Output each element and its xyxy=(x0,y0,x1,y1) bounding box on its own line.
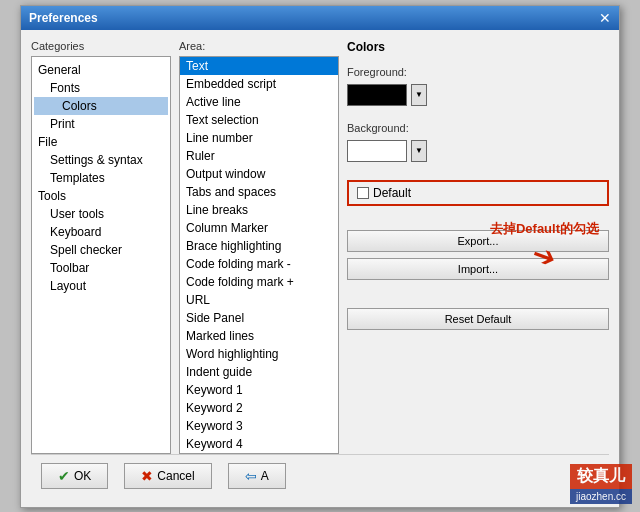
dialog-body: Categories General Fonts Colors Print Fi… xyxy=(21,30,619,507)
cancel-label: Cancel xyxy=(157,469,194,483)
category-print[interactable]: Print xyxy=(34,115,168,133)
category-keyboard[interactable]: Keyboard xyxy=(34,223,168,241)
apply-button[interactable]: ⇦ A xyxy=(228,463,286,489)
category-spellchecker[interactable]: Spell checker xyxy=(34,241,168,259)
categories-label: Categories xyxy=(31,40,171,52)
default-label: Default xyxy=(373,186,411,200)
area-label: Area: xyxy=(179,40,339,52)
apply-icon: ⇦ xyxy=(245,468,257,484)
apply-label: A xyxy=(261,469,269,483)
close-button[interactable]: ✕ xyxy=(599,11,611,25)
watermark-bottom: jiaozhen.cc xyxy=(570,489,632,504)
colors-panel: Colors Foreground: ▼ Background: ▼ xyxy=(347,40,609,454)
background-row: ▼ xyxy=(347,140,609,162)
category-colors[interactable]: Colors xyxy=(34,97,168,115)
export-button[interactable]: Export... xyxy=(347,230,609,252)
area-keyword2[interactable]: Keyword 2 xyxy=(180,399,338,417)
watermark: 较真儿 jiaozhen.cc xyxy=(570,464,632,504)
area-marked-lines[interactable]: Marked lines xyxy=(180,327,338,345)
category-fonts[interactable]: Fonts xyxy=(34,79,168,97)
categories-tree[interactable]: General Fonts Colors Print File Settings… xyxy=(31,56,171,454)
area-code-fold-plus[interactable]: Code folding mark + xyxy=(180,273,338,291)
area-text-selection[interactable]: Text selection xyxy=(180,111,338,129)
category-usertools[interactable]: User tools xyxy=(34,205,168,223)
area-line-number[interactable]: Line number xyxy=(180,129,338,147)
foreground-dropdown-btn[interactable]: ▼ xyxy=(411,84,427,106)
area-active-line[interactable]: Active line xyxy=(180,93,338,111)
area-keyword4[interactable]: Keyword 4 xyxy=(180,435,338,453)
watermark-top: 较真儿 xyxy=(570,464,632,489)
area-text[interactable]: Text xyxy=(180,57,338,75)
foreground-swatch[interactable] xyxy=(347,84,407,106)
area-url[interactable]: URL xyxy=(180,291,338,309)
action-buttons: Export... Import... xyxy=(347,230,609,280)
ok-label: OK xyxy=(74,469,91,483)
default-checkbox-container[interactable]: Default xyxy=(347,180,609,206)
ok-icon: ✔ xyxy=(58,468,70,484)
area-ruler[interactable]: Ruler xyxy=(180,147,338,165)
background-label: Background: xyxy=(347,122,609,134)
area-keyword3[interactable]: Keyword 3 xyxy=(180,417,338,435)
cancel-button[interactable]: ✖ Cancel xyxy=(124,463,211,489)
area-output-window[interactable]: Output window xyxy=(180,165,338,183)
category-general[interactable]: General xyxy=(34,61,168,79)
import-button[interactable]: Import... xyxy=(347,258,609,280)
ok-button[interactable]: ✔ OK xyxy=(41,463,108,489)
category-toolbar[interactable]: Toolbar xyxy=(34,259,168,277)
area-panel: Area: Text Embedded script Active line T… xyxy=(179,40,339,454)
category-file[interactable]: File xyxy=(34,133,168,151)
reset-default-button[interactable]: Reset Default xyxy=(347,308,609,330)
area-word-highlighting[interactable]: Word highlighting xyxy=(180,345,338,363)
categories-panel: Categories General Fonts Colors Print Fi… xyxy=(31,40,171,454)
background-dropdown-btn[interactable]: ▼ xyxy=(411,140,427,162)
area-embedded-script[interactable]: Embedded script xyxy=(180,75,338,93)
dialog-footer: ✔ OK ✖ Cancel ⇦ A xyxy=(31,454,609,497)
default-checkbox[interactable] xyxy=(357,187,369,199)
area-column-marker[interactable]: Column Marker xyxy=(180,219,338,237)
area-keyword1[interactable]: Keyword 1 xyxy=(180,381,338,399)
background-section: Background: ▼ xyxy=(347,122,609,162)
area-brace-highlighting[interactable]: Brace highlighting xyxy=(180,237,338,255)
category-templates[interactable]: Templates xyxy=(34,169,168,187)
foreground-label: Foreground: xyxy=(347,66,609,78)
area-side-panel[interactable]: Side Panel xyxy=(180,309,338,327)
area-tabs-spaces[interactable]: Tabs and spaces xyxy=(180,183,338,201)
category-tools[interactable]: Tools xyxy=(34,187,168,205)
main-content: Categories General Fonts Colors Print Fi… xyxy=(31,40,609,454)
area-code-fold-minus[interactable]: Code folding mark - xyxy=(180,255,338,273)
cancel-icon: ✖ xyxy=(141,468,153,484)
category-layout[interactable]: Layout xyxy=(34,277,168,295)
background-swatch[interactable] xyxy=(347,140,407,162)
area-line-breaks[interactable]: Line breaks xyxy=(180,201,338,219)
foreground-section: Foreground: ▼ xyxy=(347,66,609,106)
area-indent-guide[interactable]: Indent guide xyxy=(180,363,338,381)
area-list[interactable]: Text Embedded script Active line Text se… xyxy=(179,56,339,454)
title-bar: Preferences ✕ xyxy=(21,6,619,30)
category-settings[interactable]: Settings & syntax xyxy=(34,151,168,169)
preferences-dialog: Preferences ✕ Categories General Fonts C… xyxy=(20,5,620,508)
colors-heading: Colors xyxy=(347,40,609,54)
dialog-title: Preferences xyxy=(29,11,98,25)
foreground-row: ▼ xyxy=(347,84,609,106)
